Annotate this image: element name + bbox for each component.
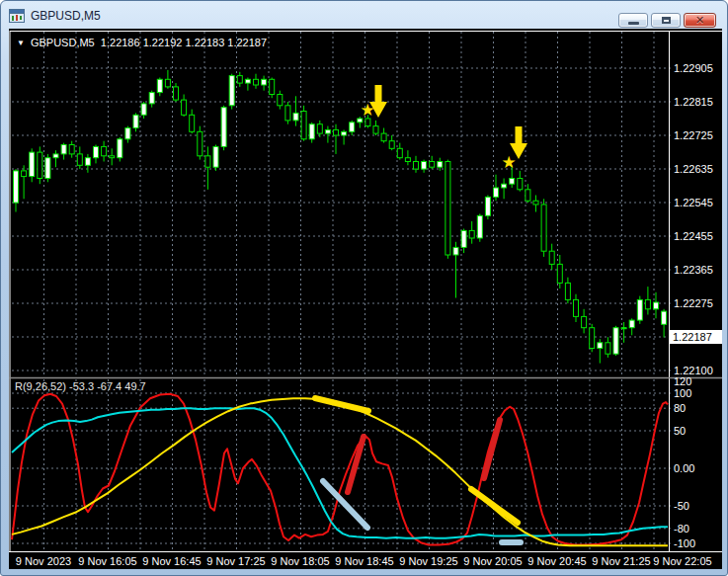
- time-tick-label: 9 Nov 22:05: [648, 554, 717, 568]
- candle: [430, 162, 435, 168]
- candles-layer: [14, 70, 667, 364]
- candle: [334, 129, 339, 135]
- candle: [110, 156, 115, 158]
- candle: [14, 171, 19, 203]
- candle: [526, 190, 530, 201]
- header-symbol: GBPUSD,M5: [31, 37, 95, 48]
- header-close: 1.22187: [227, 37, 267, 48]
- candle: [254, 79, 259, 85]
- candle: [654, 302, 659, 309]
- time-tick-label: 9 Nov 20:05: [458, 554, 527, 568]
- candle: [502, 184, 507, 188]
- oscillator-line-fast: [12, 394, 668, 545]
- symbol-dropdown-icon[interactable]: ▼: [17, 39, 25, 47]
- candle: [557, 264, 562, 283]
- indicator-tick-label: 100: [674, 386, 691, 400]
- chart-canvas[interactable]: ★★: [9, 29, 722, 569]
- price-tick-label: 1.22455: [674, 229, 713, 243]
- chart-client-area[interactable]: ★★ ▼GBPUSD,M5 1.22186 1.22192 1.22183 1.…: [9, 29, 722, 569]
- indicator-tick-label: 50: [674, 424, 686, 438]
- candle: [165, 79, 170, 87]
- candle: [541, 205, 546, 251]
- candle: [270, 79, 275, 94]
- candle: [85, 158, 90, 166]
- candle: [190, 115, 195, 131]
- candle: [662, 311, 667, 324]
- grid-layer: [12, 32, 674, 550]
- candle: [30, 152, 35, 177]
- candle: [174, 87, 179, 100]
- trendline-object[interactable]: [471, 489, 518, 523]
- ohlc-header[interactable]: ▼GBPUSD,M5 1.22186 1.22192 1.22183 1.221…: [17, 37, 267, 48]
- price-tick-label: 1.22725: [674, 128, 713, 142]
- window-title: GBPUSD,M5: [31, 9, 101, 23]
- time-tick-label: 9 Nov 18:05: [266, 554, 335, 568]
- candle: [198, 131, 202, 156]
- time-tick-label: 9 Nov 2023: [9, 554, 78, 568]
- candle: [309, 124, 314, 139]
- candle: [518, 179, 523, 190]
- candle: [350, 123, 355, 132]
- candle: [229, 76, 234, 106]
- trendline-objects: [315, 398, 521, 542]
- candle: [629, 320, 634, 328]
- candle: [133, 115, 138, 127]
- candle: [285, 106, 290, 121]
- candle: [389, 141, 394, 149]
- price-tick-label: 1.22815: [674, 95, 713, 109]
- candle: [317, 124, 322, 133]
- close-icon: ✕: [695, 15, 704, 26]
- candle: [590, 328, 595, 349]
- candle: [621, 328, 626, 329]
- candle: [469, 230, 474, 238]
- candle: [94, 146, 99, 157]
- candle: [645, 299, 650, 308]
- oscillator-line-mid: [12, 408, 668, 538]
- candle: [237, 76, 242, 84]
- candle: [118, 139, 122, 158]
- minimize-button[interactable]: [618, 13, 648, 28]
- candle: [565, 283, 570, 299]
- candle: [53, 154, 58, 158]
- candle: [77, 154, 82, 165]
- candle: [69, 145, 74, 154]
- mt4-chart-window: GBPUSD,M5 ✕ ★★ ▼GBPUSD,M5 1.22186 1.2219…: [0, 0, 728, 576]
- candle: [453, 247, 458, 255]
- indicator-tick-label: 0.00: [674, 461, 694, 475]
- indicator-tick-label: 80: [674, 401, 686, 415]
- trendline-object[interactable]: [315, 398, 368, 411]
- candle: [637, 299, 642, 320]
- current-price-box: 1.22187: [669, 330, 722, 344]
- oscillator-lines: [12, 394, 668, 546]
- candle: [494, 188, 499, 197]
- candle: [582, 316, 587, 327]
- candle: [278, 95, 283, 106]
- candle: [365, 119, 370, 126]
- star-marker-icon[interactable]: ★: [360, 100, 374, 120]
- candle: [574, 299, 579, 316]
- candle: [293, 113, 298, 121]
- candle: [125, 128, 130, 139]
- candle: [510, 179, 515, 185]
- maximize-button[interactable]: [651, 13, 681, 28]
- time-tick-label: 9 Nov 17:25: [202, 554, 271, 568]
- candle: [205, 156, 210, 167]
- chart-window-icon: [9, 9, 25, 23]
- candle: [598, 343, 603, 349]
- candle: [301, 112, 306, 139]
- price-tick-label: 1.22635: [674, 162, 713, 176]
- time-tick-label: 9 Nov 18:45: [330, 554, 399, 568]
- candle: [45, 158, 50, 179]
- time-tick-label: 9 Nov 16:05: [73, 554, 142, 568]
- candle: [61, 145, 66, 154]
- titlebar[interactable]: GBPUSD,M5 ✕: [1, 1, 727, 29]
- candle: [245, 79, 250, 83]
- price-tick-label: 1.22545: [674, 196, 713, 209]
- indicator-tick-label: -50: [674, 499, 689, 513]
- star-marker-icon[interactable]: ★: [501, 152, 516, 172]
- close-button[interactable]: ✕: [684, 13, 716, 28]
- trendline-object[interactable]: [484, 420, 500, 478]
- time-tick-label: 9 Nov 21:25: [587, 554, 656, 568]
- candle: [445, 162, 450, 256]
- candle: [22, 171, 27, 177]
